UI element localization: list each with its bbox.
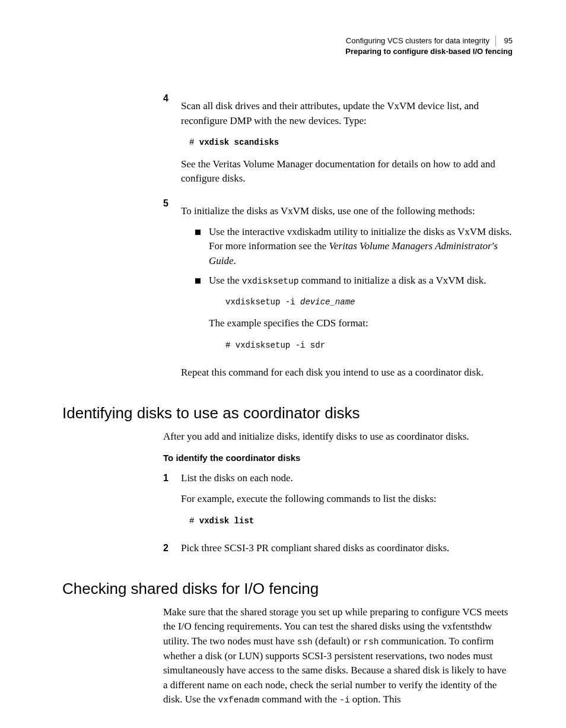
bullet-icon — [195, 278, 201, 284]
step-number: 5 — [163, 198, 181, 386]
step5-bullet2-code2: # vxdisksetup -i sdr — [225, 339, 513, 351]
step5-bullet2-code: vxdisksetup -i device_name — [225, 296, 513, 308]
sec1-s1-code: # vxdisk list — [189, 515, 513, 527]
step5-bullet2-text: The example specifies the CDS format: — [209, 316, 513, 331]
header-pagenum: 95 — [498, 36, 513, 46]
step-number: 4 — [163, 93, 181, 192]
sec1-s1-text1: List the disks on each node. — [181, 471, 513, 486]
header-chapter: Configuring VCS clusters for data integr… — [346, 36, 496, 46]
sec1-text: After you add and initialize disks, iden… — [163, 430, 513, 444]
section-heading-identifying: Identifying disks to use as coordinator … — [62, 404, 513, 422]
sec1-step-2: 2 Pick three SCSI-3 PR compliant shared … — [163, 541, 513, 562]
sec1-s2-text: Pick three SCSI-3 PR compliant shared di… — [181, 541, 513, 556]
step-4: 4 Scan all disk drives and their attribu… — [163, 93, 513, 192]
sec1-s1-text2: For example, execute the following comma… — [181, 492, 513, 507]
bullet-item: Use the vxdisksetup command to initializ… — [195, 274, 513, 360]
step4-text2: See the Veritas Volume Manager documenta… — [181, 157, 513, 186]
step-5: 5 To initialize the disks as VxVM disks,… — [163, 198, 513, 386]
step-number: 1 — [163, 471, 181, 535]
sec1-subhead: To identify the coordinator disks — [163, 452, 513, 465]
step-number: 2 — [163, 541, 181, 562]
header-section: Preparing to configure disk-based I/O fe… — [62, 46, 513, 57]
bullet-item: Use the interactive vxdiskadm utility to… — [195, 225, 513, 269]
step4-text: Scan all disk drives and their attribute… — [181, 99, 513, 128]
sec2-text: Make sure that the shared storage you se… — [163, 605, 513, 707]
page-header: Configuring VCS clusters for data integr… — [62, 36, 513, 56]
section-heading-checking: Checking shared disks for I/O fencing — [62, 580, 513, 598]
step5-text: To initialize the disks as VxVM disks, u… — [181, 204, 513, 219]
step4-code: # vxdisk scandisks — [189, 136, 513, 148]
step5-text2: Repeat this command for each disk you in… — [181, 365, 513, 380]
sec1-step-1: 1 List the disks on each node. For examp… — [163, 471, 513, 535]
bullet-icon — [195, 230, 201, 235]
